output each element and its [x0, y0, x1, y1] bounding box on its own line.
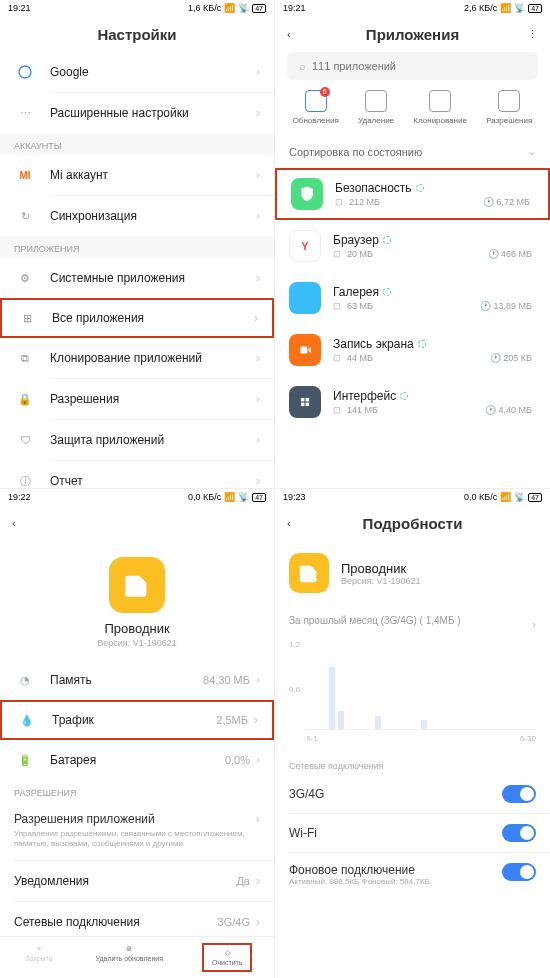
row-app-protection[interactable]: 🛡 Защита приложений ›	[0, 420, 274, 460]
svg-rect-1	[300, 347, 307, 354]
app-size: 63 МБ	[347, 301, 373, 311]
row-report[interactable]: ⓘ Отчет ›	[0, 461, 274, 489]
app-icon	[289, 386, 321, 418]
x-tick: 6-1	[306, 734, 318, 743]
app-icon: Y	[289, 230, 321, 262]
chevron-right-icon[interactable]: ›	[532, 618, 536, 630]
y-tick: 0,6	[289, 685, 300, 694]
row-label: Mi аккаунт	[50, 168, 256, 182]
app-size: 20 МБ	[347, 249, 373, 259]
detail-header: Проводник Версия: V1-190621	[275, 541, 550, 605]
chevron-right-icon: ›	[256, 874, 260, 888]
tool-label: Клонирование	[413, 116, 467, 125]
signal-icon: 📶	[500, 3, 511, 13]
row-mi-account[interactable]: MI Mi аккаунт ›	[0, 155, 274, 195]
app-title: Проводник	[0, 621, 274, 636]
row-notifications[interactable]: Уведомления Да ›	[0, 861, 274, 901]
eraser-icon: ◇	[225, 949, 230, 957]
spinner-icon	[416, 184, 424, 192]
row-permissions[interactable]: 🔒 Разрешения ›	[0, 379, 274, 419]
row-label: Батарея	[50, 753, 225, 767]
svg-rect-5	[306, 403, 310, 407]
row-app-permissions[interactable]: Разрешения приложений › Управление разре…	[0, 802, 274, 860]
row-google[interactable]: Google ›	[0, 52, 274, 92]
app-name: Безопасность	[335, 181, 412, 195]
drop-icon: 💧	[16, 714, 38, 727]
clock-icon: 🕐	[490, 353, 501, 363]
tool-clone[interactable]: Клонирование	[413, 90, 467, 125]
row-all-apps[interactable]: ⊞ Все приложения ›	[0, 298, 274, 338]
action-uninstall-updates[interactable]: ⊘ Удалить обновления	[92, 943, 167, 972]
back-button[interactable]: ‹	[287, 517, 303, 529]
toggle-switch[interactable]	[502, 785, 536, 803]
app-row-interface[interactable]: Интерфейс ⊡141 МБ 🕐 4,40 МБ	[275, 376, 550, 428]
toggle-label: Wi-Fi	[289, 826, 502, 840]
chevron-right-icon: ›	[256, 271, 260, 285]
battery-icon: 47	[528, 493, 542, 502]
x-tick: 6-30	[520, 734, 536, 743]
tool-permissions[interactable]: Разрешения	[486, 90, 532, 125]
status-time: 19:21	[8, 3, 31, 13]
row-traffic[interactable]: 💧 Трафик 2,5МБ ›	[0, 700, 274, 740]
bottom-actions: ✕ Закрыть ⊘ Удалить обновления ◇ Очистит…	[0, 936, 274, 978]
signal-icon: 📶	[224, 492, 235, 502]
back-button[interactable]: ‹	[287, 28, 303, 40]
spinner-icon	[383, 288, 391, 296]
row-label: Системные приложения	[50, 271, 256, 285]
toggle-wifi[interactable]: Wi-Fi	[275, 814, 550, 852]
signal-icon: 📶	[500, 492, 511, 502]
row-value: 2,5МБ	[216, 714, 248, 726]
more-icon[interactable]: ⋮	[522, 28, 538, 41]
clock-icon: 🕐	[488, 249, 499, 259]
section-permissions: Разрешения	[0, 780, 274, 802]
battery-icon: 47	[528, 4, 542, 13]
row-label: Сетевые подключения	[14, 915, 218, 929]
search-input[interactable]	[312, 60, 526, 72]
row-value: 3G/4G	[218, 916, 250, 928]
disk-icon: ◔	[14, 674, 36, 687]
search-icon: ⌕	[299, 60, 306, 72]
action-clear[interactable]: ◇ Очистить	[202, 943, 252, 972]
tool-uninstall[interactable]: Удаление	[358, 90, 394, 125]
chevron-right-icon: ›	[256, 65, 260, 79]
toggle-switch[interactable]	[502, 863, 536, 881]
row-label: Отчет	[50, 474, 256, 488]
status-bar: 19:22 0,0 КБ/с 📶 📡 47	[0, 489, 274, 505]
row-sync[interactable]: ↻ Синхронизация ›	[0, 196, 274, 236]
row-value: 0,0%	[225, 754, 250, 766]
row-memory[interactable]: ◔ Память 84,30 МБ ›	[0, 660, 274, 700]
y-tick: 1,2	[289, 640, 300, 649]
toggle-switch[interactable]	[502, 824, 536, 842]
row-label: Память	[50, 673, 203, 687]
row-system-apps[interactable]: ⚙ Системные приложения ›	[0, 258, 274, 298]
row-battery[interactable]: 🔋 Батарея 0,0% ›	[0, 740, 274, 780]
no-entry-icon: ⊘	[126, 945, 132, 953]
app-row-gallery[interactable]: Галерея ⊡63 МБ 🕐 13,89 МБ	[275, 272, 550, 324]
back-button[interactable]: ‹	[12, 517, 28, 529]
row-advanced[interactable]: ⋯ Расширенные настройки ›	[0, 93, 274, 133]
shield-icon: 🛡	[14, 434, 36, 446]
toggle-3g4g[interactable]: 3G/4G	[275, 775, 550, 813]
toggle-background[interactable]: Фоновое подключение Активный: 888,5КБ Фо…	[275, 853, 550, 897]
app-row-security[interactable]: Безопасность ⊡212 МБ 🕐 6,72 МБ	[275, 168, 550, 220]
page-title: Настройки	[12, 26, 262, 43]
lock-icon: 🔒	[14, 393, 36, 406]
spinner-icon	[400, 392, 408, 400]
app-icon	[289, 334, 321, 366]
spinner-icon	[418, 340, 426, 348]
action-label: Удалить обновления	[96, 955, 163, 962]
app-row-screen-rec[interactable]: Запись экрана ⊡44 МБ 🕐 205 КБ	[275, 324, 550, 376]
row-clone-apps[interactable]: ⧉ Клонирование приложений ›	[0, 338, 274, 378]
toggle-label: Фоновое подключение	[289, 863, 502, 877]
app-icon	[291, 178, 323, 210]
svg-rect-2	[301, 398, 305, 402]
status-net: 0,0 КБ/с	[188, 492, 221, 502]
svg-rect-3	[306, 398, 310, 402]
status-bar: 19:21 2,6 КБ/с 📶 📡 47	[275, 0, 550, 16]
sort-row[interactable]: Сортировка по состоянию ⌄	[275, 135, 550, 168]
search-bar[interactable]: ⌕	[287, 52, 538, 80]
tool-updates[interactable]: 6 Обновления	[293, 90, 339, 125]
status-net: 2,6 КБ/с	[464, 3, 497, 13]
app-row-browser[interactable]: Y Браузер ⊡20 МБ 🕐 466 МБ	[275, 220, 550, 272]
chevron-right-icon: ›	[256, 673, 260, 687]
